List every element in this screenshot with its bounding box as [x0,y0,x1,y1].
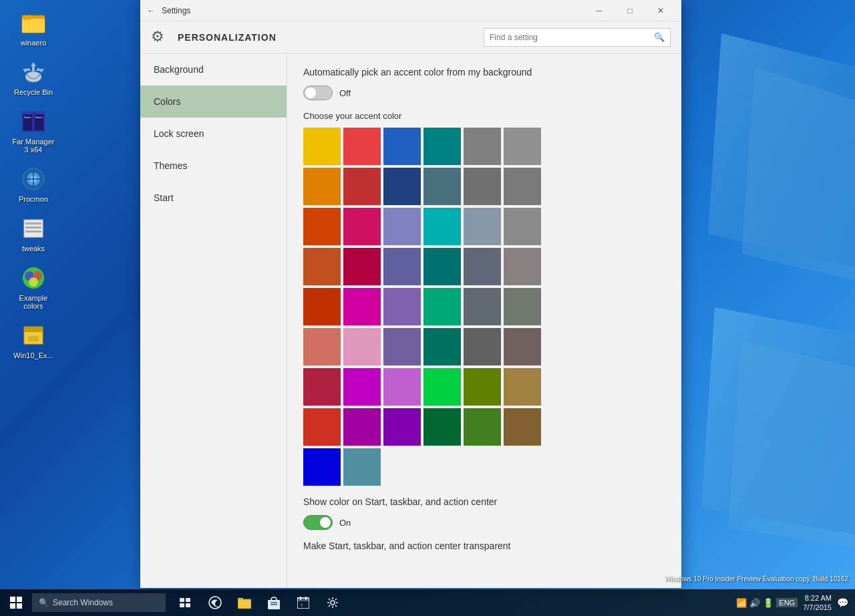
color-swatch-18[interactable] [303,248,341,285]
color-swatch-31[interactable] [343,328,381,365]
edge-browser-icon[interactable] [202,589,228,616]
color-swatch-7[interactable] [343,168,381,205]
calendar-icon[interactable]: 7 [290,589,317,616]
maximize-button[interactable]: □ [615,0,645,21]
color-swatch-11[interactable] [504,168,541,205]
auto-accent-label: Automatically pick an accent color from … [303,67,665,78]
desktop-icon-win10[interactable]: Win10_Ex... [7,319,60,362]
desktop-icons: winaero Recycle Bin [7,7,60,362]
sidebar-item-lock-screen[interactable]: Lock screen [140,118,287,150]
color-swatch-17[interactable] [504,208,541,245]
auto-accent-toggle[interactable] [303,86,333,100]
recycle-label: Recycle Bin [14,88,53,96]
color-swatch-39[interactable] [423,368,461,406]
network-icon: 📶 [736,598,747,608]
svg-rect-35 [180,603,184,607]
desktop-icon-winaero[interactable]: winaero [7,7,60,49]
show-color-toggle-row: On [303,515,665,530]
color-swatch-47[interactable] [504,408,541,446]
sidebar-item-start[interactable]: Start [140,182,287,214]
minimize-button[interactable]: ─ [584,0,615,21]
color-swatch-25[interactable] [343,288,381,325]
clock-date: 7/7/2015 [803,603,832,612]
color-swatch-13[interactable] [343,208,381,245]
choose-accent-label: Choose your accent color [303,111,665,121]
color-swatch-22[interactable] [464,248,501,285]
color-swatch-14[interactable] [383,208,421,245]
sidebar-item-themes[interactable]: Themes [140,150,287,182]
desktop-icon-example-colors[interactable]: Examplecolors [7,262,60,313]
settings-taskbar-icon[interactable] [319,589,346,616]
color-swatch-10[interactable] [464,168,501,205]
desktop-icon-procmon[interactable]: Procmon [7,163,60,206]
svg-text:Name: Name [24,116,31,119]
start-button[interactable] [0,589,32,616]
svg-rect-2 [22,15,31,19]
color-swatch-2[interactable] [383,128,421,165]
color-swatch-42[interactable] [303,408,341,446]
color-swatch-3[interactable] [423,128,461,165]
desktop-icon-recycle[interactable]: Recycle Bin [7,56,60,99]
file-explorer-icon[interactable] [231,589,258,616]
color-swatch-28[interactable] [464,288,501,325]
color-swatch-16[interactable] [464,208,501,245]
auto-accent-toggle-row: Off [303,86,665,100]
color-swatch-40[interactable] [464,368,501,406]
title-bar-controls: ─ □ ✕ [584,0,676,21]
color-swatch-48[interactable] [303,448,341,486]
back-button[interactable]: ← [146,5,156,16]
color-swatch-30[interactable] [303,328,341,365]
search-input[interactable] [484,33,649,42]
color-swatch-32[interactable] [383,328,421,365]
search-box[interactable]: 🔍 [484,28,671,47]
color-swatch-9[interactable] [423,168,461,205]
color-swatch-41[interactable] [504,368,541,406]
recycle-icon [20,59,47,86]
color-swatch-1[interactable] [343,128,381,165]
svg-rect-29 [10,597,15,602]
action-center-icon[interactable]: 💬 [837,597,848,608]
color-swatch-37[interactable] [343,368,381,406]
color-swatch-23[interactable] [504,248,541,285]
color-swatch-49[interactable] [343,448,381,486]
color-swatch-36[interactable] [303,368,341,406]
main-panel: Automatically pick an accent color from … [287,53,681,588]
color-swatch-46[interactable] [464,408,501,446]
taskbar-icons: 7 [172,589,346,616]
color-swatch-33[interactable] [423,328,461,365]
task-view-button[interactable] [172,589,199,616]
svg-rect-42 [271,602,277,603]
taskbar-search[interactable]: 🔍 Search Windows [32,593,166,612]
color-swatch-29[interactable] [504,288,541,325]
color-swatch-43[interactable] [343,408,381,446]
color-swatch-5[interactable] [504,128,541,165]
color-swatch-45[interactable] [423,408,461,446]
sidebar-item-colors[interactable]: Colors [140,86,287,118]
settings-window: ← Settings ─ □ ✕ ⚙ PERSONALIZATION 🔍 B [140,0,681,588]
color-swatch-24[interactable] [303,288,341,325]
color-swatch-27[interactable] [423,288,461,325]
color-swatch-21[interactable] [423,248,461,285]
store-icon[interactable] [261,589,287,616]
color-swatch-34[interactable] [464,328,501,365]
color-swatch-12[interactable] [303,208,341,245]
svg-rect-30 [17,597,22,602]
search-icon[interactable]: 🔍 [649,32,670,42]
close-button[interactable]: ✕ [645,0,676,21]
desktop-icon-tweaks[interactable]: tweaks [7,212,60,255]
color-swatch-26[interactable] [383,288,421,325]
show-color-toggle[interactable] [303,515,333,530]
color-swatch-38[interactable] [383,368,421,406]
color-swatch-6[interactable] [303,168,341,205]
color-swatch-44[interactable] [383,408,421,446]
color-swatch-15[interactable] [423,208,461,245]
color-swatch-8[interactable] [383,168,421,205]
color-swatch-4[interactable] [464,128,501,165]
example-colors-label: Examplecolors [19,294,48,310]
color-swatch-19[interactable] [343,248,381,285]
color-swatch-0[interactable] [303,128,341,165]
color-swatch-35[interactable] [504,328,541,365]
sidebar-item-background[interactable]: Background [140,53,287,86]
desktop-icon-far-manager[interactable]: Name Name Far Manager3 x64 [7,106,60,156]
color-swatch-20[interactable] [383,248,421,285]
